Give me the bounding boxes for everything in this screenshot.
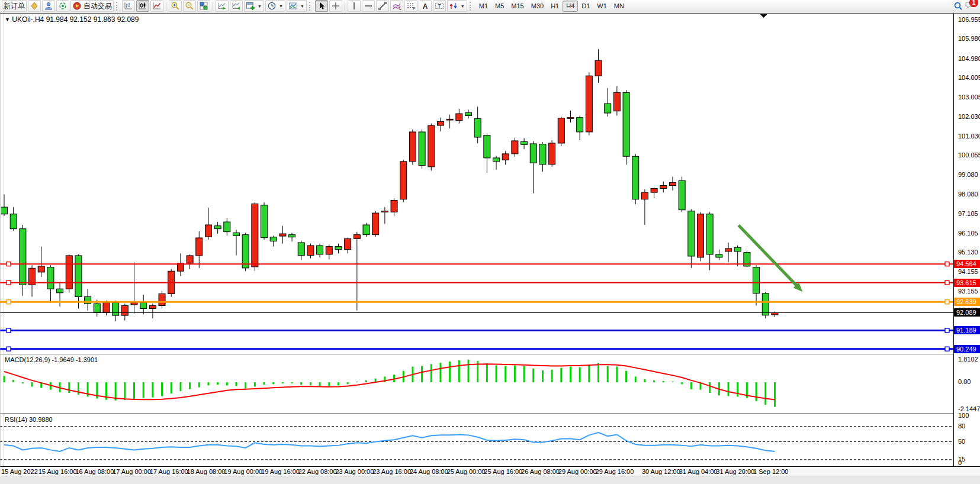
- timeframe-m1-button[interactable]: M1: [475, 1, 491, 12]
- line-handle[interactable]: [945, 347, 949, 351]
- line-chart-button[interactable]: [150, 0, 163, 12]
- trendline-button[interactable]: [376, 0, 389, 12]
- tile-windows-button[interactable]: [197, 0, 210, 12]
- bar-chart-button[interactable]: [122, 0, 135, 12]
- line-handle[interactable]: [7, 328, 11, 333]
- candle-body: [613, 92, 620, 111]
- new-chart-icon: [246, 1, 255, 11]
- candle-body: [446, 119, 453, 120]
- new-order-button[interactable]: 新订单: [2, 0, 27, 12]
- horizontal-line-button[interactable]: [362, 0, 375, 12]
- timeframe-m15-button[interactable]: M15: [507, 1, 527, 12]
- candle-body: [493, 158, 500, 162]
- chart-shift-marker[interactable]: [760, 14, 767, 18]
- candle-body: [577, 118, 583, 132]
- fibonacci-button[interactable]: F: [404, 0, 417, 12]
- candle-body: [233, 233, 240, 235]
- line-handle[interactable]: [7, 280, 11, 285]
- line-handle[interactable]: [945, 328, 949, 333]
- price-axis[interactable]: [953, 14, 980, 466]
- timeframe-mn-button[interactable]: MN: [611, 1, 628, 12]
- toolbar-separator: [166, 2, 166, 11]
- timeframe-h1-button[interactable]: H1: [547, 1, 563, 12]
- candle-body: [38, 266, 44, 272]
- line-handle[interactable]: [945, 262, 949, 266]
- auto-trading-icon: [72, 1, 82, 11]
- text-button[interactable]: A: [419, 0, 432, 12]
- rsi-indicator-label: RSI(14) 30.9880: [5, 416, 53, 423]
- signals-icon: [58, 1, 68, 11]
- collapse-triangle-icon[interactable]: ▼: [5, 17, 10, 22]
- profile-button[interactable]: [42, 0, 55, 12]
- candlestick-chart-button[interactable]: [136, 0, 149, 12]
- search-icon[interactable]: [953, 1, 963, 11]
- cursor-button[interactable]: [315, 0, 328, 12]
- price-tick-label: 93.155: [958, 288, 978, 295]
- line-handle[interactable]: [945, 300, 949, 304]
- date-tick-label: 15 Aug 16:00: [38, 468, 77, 475]
- channel-button[interactable]: E: [390, 0, 403, 12]
- auto-scroll-button[interactable]: [216, 0, 229, 12]
- candle-body: [242, 235, 249, 268]
- zoom-out-button[interactable]: [183, 0, 196, 12]
- candle-body: [623, 92, 629, 156]
- pane-separator-highlight: [0, 354, 980, 355]
- line-handle[interactable]: [7, 300, 11, 304]
- arrows-button[interactable]: ▼: [447, 0, 467, 12]
- cursor-icon: [317, 1, 326, 11]
- signals-button[interactable]: [56, 0, 69, 12]
- text-icon: A: [420, 1, 430, 11]
- line-handle[interactable]: [945, 280, 949, 285]
- periods-button[interactable]: ▼: [265, 0, 285, 12]
- candle-body: [521, 141, 528, 144]
- date-tick-label: 31 Aug 20:00: [716, 468, 754, 475]
- crosshair-button[interactable]: [329, 0, 342, 12]
- candle-body: [326, 247, 332, 254]
- horizontal-line-icon: [364, 1, 373, 11]
- candle-body: [679, 180, 685, 210]
- candle-body: [456, 114, 462, 121]
- auto-scroll-icon: [217, 1, 227, 11]
- candle-body: [131, 302, 137, 304]
- vertical-line-button[interactable]: [348, 0, 361, 12]
- toolbar-separator: [213, 2, 213, 11]
- timeframe-m30-button[interactable]: M30: [528, 1, 547, 12]
- candle-body: [586, 76, 592, 132]
- notifications-button[interactable]: 1: [965, 0, 975, 12]
- timeframe-w1-button[interactable]: W1: [593, 1, 611, 12]
- macd-tick-label: 1.8102: [958, 356, 978, 363]
- candle-body: [335, 247, 342, 250]
- chart-canvas[interactable]: [0, 0, 980, 484]
- new-chart-button[interactable]: ▼: [244, 0, 264, 12]
- rsi-tick-label: 0: [958, 459, 962, 466]
- date-tick-label: 17 Aug 00:00: [113, 468, 151, 475]
- timeframe-d1-button[interactable]: D1: [578, 1, 593, 12]
- candle-body: [317, 246, 323, 254]
- candle-body: [261, 205, 268, 238]
- candle-body: [363, 225, 369, 235]
- chart-window-left-edge: [1, 12, 1, 484]
- date-tick-label: 29 Aug 00:00: [558, 468, 597, 475]
- text-label-button[interactable]: T: [433, 0, 446, 12]
- market-watch-button[interactable]: [28, 0, 41, 12]
- profile-icon: [44, 1, 53, 11]
- candle-body: [205, 225, 211, 237]
- current-price-badge: 92.089: [954, 308, 980, 317]
- zoom-in-button[interactable]: [169, 0, 182, 12]
- date-tick-label: 25 Aug 00:00: [447, 468, 486, 475]
- auto-trading-button[interactable]: 自动交易: [70, 0, 114, 12]
- candle-body: [103, 302, 110, 312]
- candle-body: [298, 243, 304, 256]
- toolbar-grip: [116, 2, 120, 11]
- timeframe-h4-button[interactable]: H4: [563, 1, 578, 12]
- templates-button[interactable]: ▼: [287, 0, 307, 12]
- timeframe-m5-button[interactable]: M5: [491, 1, 507, 12]
- line-handle[interactable]: [7, 262, 11, 266]
- candle-body: [1, 207, 8, 214]
- date-axis[interactable]: 15 Aug 202215 Aug 16:0016 Aug 08:0017 Au…: [0, 467, 980, 476]
- level-price-badge: 93.615: [954, 279, 980, 287]
- line-handle[interactable]: [7, 347, 11, 351]
- candle-body: [391, 200, 397, 212]
- candle-body: [224, 222, 230, 232]
- chart-shift-button[interactable]: [230, 0, 243, 12]
